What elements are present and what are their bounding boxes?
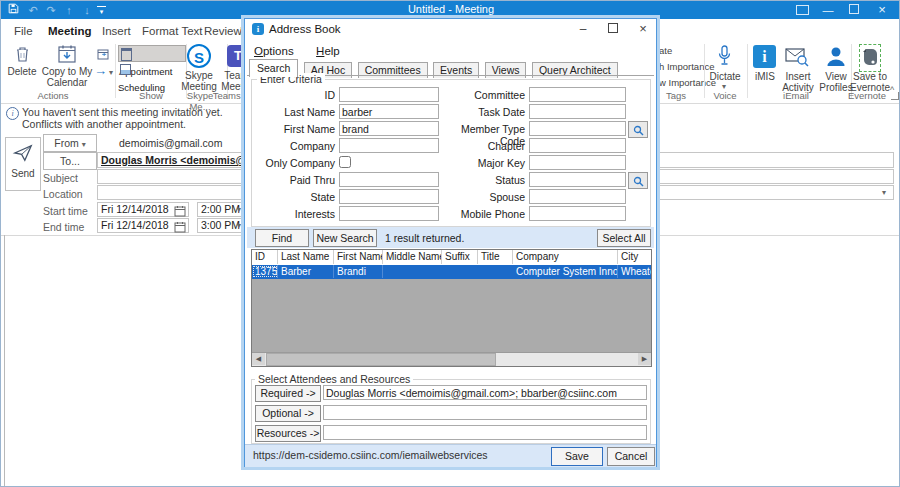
resources-field[interactable] <box>323 425 647 440</box>
member-type-code-lookup-icon[interactable] <box>628 121 648 138</box>
infobar-line2: Conflicts with another appointment. <box>22 118 186 130</box>
private-label-fragment[interactable]: ate <box>659 45 672 56</box>
spouse-field[interactable] <box>529 189 626 204</box>
send-button[interactable]: Send <box>5 137 41 191</box>
status-field[interactable] <box>529 172 626 187</box>
delete-button[interactable]: Delete <box>1 66 43 77</box>
insert-activity-icon[interactable] <box>785 47 809 71</box>
new-search-button[interactable]: New Search <box>313 229 377 247</box>
scroll-left-icon[interactable]: ◀ <box>252 353 265 365</box>
resources-button[interactable]: Resources -> <box>255 425 321 442</box>
maximize-icon[interactable] <box>843 2 865 18</box>
menu-options[interactable]: Options <box>254 45 294 57</box>
main-titlebar: ↶ ↷ ↑ ↓ ▾ Untitled - Meeting — × <box>1 1 900 19</box>
tab-insert[interactable]: Insert <box>99 22 134 41</box>
col-title[interactable]: Title <box>478 250 513 264</box>
address-book-icon: i <box>252 23 264 35</box>
dialog-minimize-icon[interactable]: – <box>571 21 595 37</box>
major-key-field[interactable] <box>529 155 626 170</box>
view-profiles-icon[interactable] <box>825 45 847 71</box>
dialog-maximize-icon[interactable] <box>601 21 625 37</box>
state-field[interactable] <box>339 189 439 204</box>
tab-search[interactable]: Search <box>249 59 298 77</box>
collapse-ribbon-icon[interactable]: ^ <box>890 85 894 95</box>
interests-field[interactable] <box>339 206 439 221</box>
status-lookup-icon[interactable] <box>628 172 648 189</box>
paid-thru-field[interactable] <box>339 172 439 187</box>
delete-icon[interactable] <box>14 45 31 67</box>
last-name-field[interactable] <box>339 104 439 119</box>
col-middle-name[interactable]: Middle Name <box>383 250 442 264</box>
save-button[interactable]: Save <box>551 447 603 466</box>
scheduling-icon <box>120 64 131 75</box>
dialog-title: Address Book <box>269 23 341 35</box>
to-button[interactable]: To... <box>43 152 97 170</box>
end-time-dropdown-icon[interactable]: ▾ <box>237 221 241 230</box>
id-field[interactable] <box>339 87 439 102</box>
imis-icon[interactable]: i <box>753 45 776 68</box>
company-field[interactable] <box>339 138 439 153</box>
tab-format-text[interactable]: Format Text <box>139 22 206 41</box>
imis-button[interactable]: iMIS <box>751 71 779 82</box>
results-grid: ID Last Name First Name Middle Name Suff… <box>251 249 652 367</box>
select-all-button[interactable]: Select All <box>597 229 651 247</box>
grid-hscrollbar[interactable]: ◀ ▶ <box>252 352 651 366</box>
group-label-show: Show <box>121 90 181 101</box>
company-label: Company <box>257 140 335 152</box>
col-company[interactable]: Company <box>513 250 618 264</box>
scroll-right-icon[interactable]: ▶ <box>638 353 651 365</box>
dialog-close-icon[interactable]: × <box>631 21 655 37</box>
col-last-name[interactable]: Last Name <box>278 250 334 264</box>
info-icon: i <box>6 107 19 120</box>
meeting-occurrence-icon[interactable] <box>97 46 111 64</box>
status-label: Status <box>435 174 525 186</box>
task-date-field[interactable] <box>529 104 626 119</box>
mobile-phone-field[interactable] <box>529 206 626 221</box>
mobile-phone-label: Mobile Phone <box>435 208 525 220</box>
skype-meeting-icon[interactable]: S <box>187 44 211 68</box>
member-type-code-field[interactable] <box>529 121 626 136</box>
ribbon-display-options-icon[interactable] <box>791 2 813 18</box>
committee-label: Committee <box>435 89 525 101</box>
result-row-selected[interactable]: 1375 Barber Brandi Computer System Innov… <box>252 265 651 279</box>
copy-to-calendar-icon[interactable] <box>57 44 77 68</box>
dictate-icon[interactable] <box>717 45 732 71</box>
committee-field[interactable] <box>529 87 626 102</box>
start-time-dropdown-icon[interactable]: ▾ <box>237 205 241 214</box>
scroll-thumb[interactable] <box>266 353 496 366</box>
first-name-field[interactable] <box>339 121 439 136</box>
forward-icon[interactable]: → <box>94 63 107 78</box>
dialog-menubar: Options Help <box>254 41 358 59</box>
cancel-button[interactable]: Cancel <box>607 447 655 466</box>
menu-help[interactable]: Help <box>316 45 340 57</box>
optional-button[interactable]: Optional -> <box>255 405 321 422</box>
only-company-checkbox[interactable] <box>339 156 351 168</box>
col-city[interactable]: City <box>618 250 651 264</box>
dictate-button[interactable]: Dictate <box>707 71 743 82</box>
location-dropdown-icon[interactable]: ▾ <box>882 188 886 197</box>
chapter-field[interactable] <box>529 138 626 153</box>
end-time-label: End time <box>43 221 84 233</box>
from-dropdown-icon: ▾ <box>82 140 86 149</box>
id-label: ID <box>257 89 335 101</box>
close-icon[interactable]: × <box>871 2 893 18</box>
task-date-label: Task Date <box>435 106 525 118</box>
save-to-evernote-icon[interactable] <box>859 44 881 72</box>
optional-field[interactable] <box>323 405 647 420</box>
location-label: Location <box>43 188 83 200</box>
group-label-iemail: iEmail <box>771 90 821 101</box>
tab-meeting[interactable]: Meeting <box>45 22 94 43</box>
find-button[interactable]: Find <box>255 229 309 247</box>
tab-file[interactable]: File <box>11 22 36 41</box>
col-first-name[interactable]: First Name <box>334 250 383 264</box>
col-id[interactable]: ID <box>252 250 278 264</box>
copy-to-calendar-button[interactable]: Copy to My Calendar <box>39 66 95 88</box>
col-suffix[interactable]: Suffix <box>442 250 478 264</box>
required-button[interactable]: Required -> <box>255 385 321 402</box>
from-button[interactable]: From ▾ <box>43 134 97 152</box>
forward-dropdown-icon[interactable]: ▾ <box>109 68 113 77</box>
appointment-button[interactable]: Appointment <box>118 45 186 62</box>
required-field[interactable] <box>323 385 647 400</box>
outlook-meeting-window: ↶ ↷ ↑ ↓ ▾ Untitled - Meeting — × File Me… <box>0 0 900 487</box>
minimize-icon[interactable]: — <box>817 2 839 18</box>
